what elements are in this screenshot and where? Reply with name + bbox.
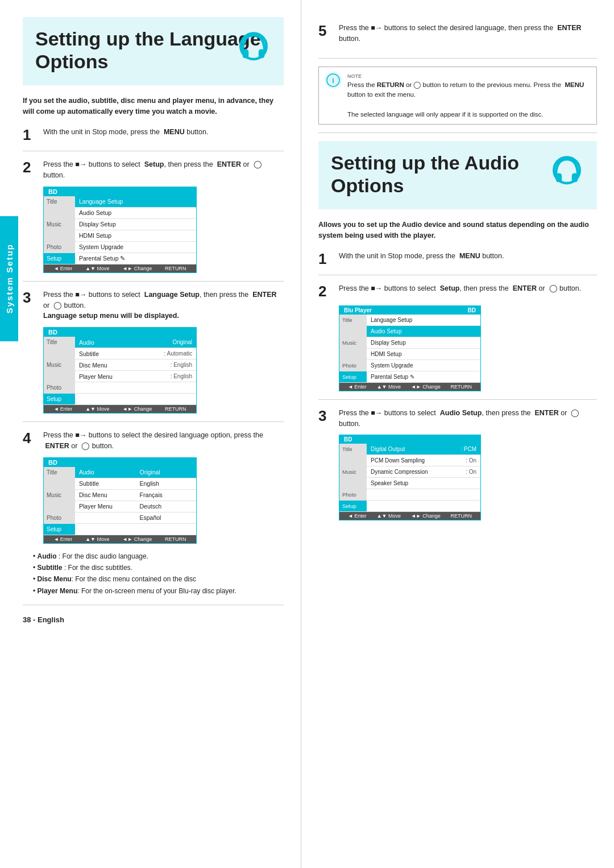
bullet-subtitle: Subtitle : For the disc subtitles. (27, 562, 284, 573)
menu-mock-setup-1: BD Title Language Setup Audio Setup Musi… (43, 187, 197, 273)
menu-mock-footer-r2: ◄ Enter ▲▼ Move ◄► Change RETURN (339, 512, 480, 520)
note-content: Note Press the RETURN or ◯ button to ret… (347, 72, 591, 120)
step-5: 5 Press the ■→ buttons to select the des… (318, 17, 597, 50)
audio-step-3: 3 Press the ■→ buttons to select Audio S… (318, 408, 597, 429)
menu-opt-row-playermenu: Player Menu Deutsch (44, 501, 196, 512)
menu-opt-row-title: Title Audio Original ✓ (44, 467, 196, 478)
language-intro: If you set the audio, subtitle, disc men… (23, 96, 284, 118)
menu-audio-row-music: Music Dynamic Compression: On (339, 466, 480, 478)
audio-step-1-num: 1 (318, 251, 334, 267)
audio-intro: Allows you to set up the Audio device an… (318, 220, 597, 242)
step-2-text: Press the ■→ buttons to select Setup, th… (43, 159, 284, 181)
step-4-num: 4 (23, 430, 39, 447)
menu-mock-lang-options: BD Title Audio Original ✓ Subtitle Engli… (43, 457, 197, 544)
language-title-box: Setting up the Language Options (23, 17, 284, 85)
menu-rsetup-row-display: Music Display Setup (339, 337, 480, 349)
step-5-text: Press the ■→ buttons to select the desir… (339, 23, 597, 44)
menu-mock-footer-3: ◄ Enter ▲▼ Move ◄► Change RETURN (44, 535, 196, 543)
menu-rsetup-row-audio: Audio Setup (339, 326, 480, 337)
menu-opt-row-photo: Photo Español (44, 512, 196, 524)
step-3: 3 Press the ■→ buttons to select Languag… (23, 290, 284, 321)
menu-opt-row-subtitle: Subtitle English (44, 478, 196, 490)
menu-mock-header-r1: Blu Player BD (339, 306, 480, 315)
menu-audio-row-title: Title Digital Output: PCM (339, 444, 480, 455)
audio-step-1-text: With the unit in Stop mode, press the ME… (339, 251, 597, 262)
step-3-text: Press the ■→ buttons to select Language … (43, 290, 284, 321)
left-column: Setting up the Language Options If you s… (0, 0, 301, 868)
bullet-audio: Audio : For the disc audio language. (27, 551, 284, 562)
menu-mock-language: BD Title AudioOriginal Subtitle: Automat… (43, 327, 197, 414)
step-3-num: 3 (23, 290, 39, 306)
menu-mock-footer-2: ◄ Enter ▲▼ Move ◄► Change RETURN (44, 405, 196, 413)
menu-mock-header-3: BD (44, 458, 196, 467)
side-tab-label: System Setup (5, 243, 14, 313)
menu-mock-header-2: BD (44, 328, 196, 337)
menu-rsetup-row-hdmi: HDMI Setup (339, 349, 480, 360)
menu-mock-audio-settings: BD Title Digital Output: PCM PCM Down Sa… (339, 435, 481, 520)
note-label: Note (347, 73, 591, 81)
note-text: Press the RETURN or ◯ button to return t… (347, 81, 584, 118)
step-1-text: With the unit in Stop mode, press the ME… (43, 127, 284, 138)
menu-opt-row-setup: Setup (44, 524, 196, 535)
audio-step-3-num: 3 (318, 408, 334, 424)
menu-rsetup-row-system: Photo System Upgrade (339, 360, 480, 371)
menu-audio-row-photo: Photo (339, 489, 480, 501)
bullet-disc-menu: Disc Menu: For the disc menu contained o… (27, 573, 284, 585)
bullet-list: Audio : For the disc audio language. Sub… (27, 551, 284, 597)
audio-step-2: 2 Press the ■→ buttons to select Setup, … (318, 283, 597, 300)
menu-rsetup-row-title: Title Language Setup (339, 315, 480, 326)
page: System Setup Setting up the Language Opt… (0, 0, 614, 868)
side-tab: System Setup (0, 216, 18, 341)
menu-lang-row-subtitle: Subtitle: Automatic (44, 348, 196, 359)
menu-rsetup-row-parental: Setup Parental Setup ✎ (339, 371, 480, 383)
menu-row-setup-cat: Setup Parental Setup ✎ (44, 253, 196, 264)
menu-lang-row-title: Title AudioOriginal (44, 337, 196, 348)
menu-audio-row-speaker: Speaker Setup (339, 478, 480, 489)
audio-step-2-num: 2 (318, 283, 334, 300)
menu-opt-row-music: Music Disc Menu Français (44, 490, 196, 501)
step-4-text: Press the ■→ buttons to select the desir… (43, 430, 284, 452)
menu-mock-footer-r1: ◄ Enter ▲▼ Move ◄► Change RETURN (339, 383, 480, 391)
info-svg: i (326, 73, 340, 87)
page-number: 38 - English (23, 615, 284, 624)
menu-audio-row-pcm: PCM Down Sampling: On (339, 455, 480, 466)
menu-mock-footer-1: ◄ Enter ▲▼ Move ◄► Change RETURN (44, 264, 196, 272)
menu-lang-row-setup: Setup (44, 394, 196, 405)
step-2-num: 2 (23, 159, 39, 176)
menu-row-music: Music Display Setup (44, 219, 196, 230)
step-1: 1 With the unit in Stop mode, press the … (23, 127, 284, 143)
bullet-player-menu: Player Menu: For the on-screen menu of y… (27, 585, 284, 597)
menu-mock-header-r2: BD (339, 435, 480, 444)
right-column: 5 Press the ■→ buttons to select the des… (301, 0, 614, 868)
svg-text:i: i (332, 76, 334, 85)
step-4: 4 Press the ■→ buttons to select the des… (23, 430, 284, 452)
audio-step-1: 1 With the unit in Stop mode, press the … (318, 251, 597, 267)
menu-row-hdmi: HDMI Setup (44, 230, 196, 242)
headphone-icon-right (547, 151, 587, 191)
menu-lang-row-photo: Photo (44, 382, 196, 394)
menu-lang-row-playermenu: Player Menu: English (44, 371, 196, 382)
menu-row-audio-setup: Audio Setup (44, 208, 196, 219)
headphone-icon-left (234, 27, 273, 67)
step-1-num: 1 (23, 127, 39, 143)
audio-step-3-text: Press the ■→ buttons to select Audio Set… (339, 408, 597, 429)
audio-title-box: Setting up the Audio Options (318, 141, 597, 209)
menu-mock-header-1: BD (44, 187, 196, 196)
menu-audio-row-setup: Setup (339, 501, 480, 512)
menu-lang-row-music: Music Disc Menu: English (44, 359, 196, 371)
note-box: i Note Press the RETURN or ◯ button to r… (318, 67, 597, 125)
menu-row-photo: Photo System Upgrade (44, 242, 196, 253)
audio-step-2-text: Press the ■→ buttons to select Setup, th… (339, 283, 597, 294)
step-5-num: 5 (318, 23, 334, 39)
menu-mock-setup-right: Blu Player BD Title Language Setup Audio… (339, 305, 481, 391)
step-2: 2 Press the ■→ buttons to select Setup, … (23, 159, 284, 181)
note-icon: i (325, 72, 342, 89)
menu-row-title: Title Language Setup (44, 196, 196, 208)
